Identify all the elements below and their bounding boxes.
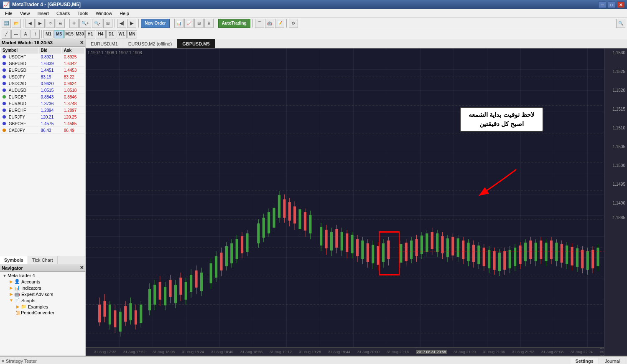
toolbar-refresh[interactable]: ↺ bbox=[46, 19, 55, 28]
tree-scripts-item[interactable]: ▼ 📄 Scripts bbox=[8, 297, 84, 303]
bid-cell: 1.4451 bbox=[39, 68, 61, 73]
toolbar-expert[interactable]: 🤖 bbox=[265, 19, 274, 28]
toolbar-scroll-right[interactable]: |▶ bbox=[127, 19, 136, 28]
toolbar-scroll-left[interactable]: ◀| bbox=[117, 19, 126, 28]
symbol-cell: USDCAD bbox=[1, 81, 38, 87]
menu-view[interactable]: View bbox=[17, 10, 33, 17]
candles-left bbox=[98, 294, 142, 336]
toolbar-candle-chart[interactable]: 🕯 bbox=[204, 19, 214, 28]
restore-button[interactable]: □ bbox=[608, 1, 615, 8]
market-watch-row[interactable]: CADJPY 86.43 86.49 bbox=[1, 128, 84, 134]
period-m30[interactable]: M30 bbox=[75, 30, 85, 38]
market-watch-row[interactable]: EURAUD 1.3736 1.3748 bbox=[1, 101, 84, 107]
svg-rect-151 bbox=[488, 250, 490, 268]
market-watch-row[interactable]: GBPUSD 1.6339 1.6342 bbox=[1, 61, 84, 67]
toolbar-line-tool[interactable]: ╱ bbox=[2, 30, 11, 39]
market-watch-row[interactable]: EURGBP 0.8843 0.8846 bbox=[1, 94, 84, 100]
svg-rect-87 bbox=[309, 215, 311, 233]
st-tab-settings[interactable]: Settings bbox=[571, 358, 599, 364]
tree-indicators-item[interactable]: ▶ 📊 Indicators bbox=[8, 285, 84, 291]
toolbar-forward[interactable]: ▶ bbox=[36, 19, 45, 28]
period-w1[interactable]: W1 bbox=[117, 30, 127, 38]
symbol-cell: EURCHF bbox=[1, 108, 38, 114]
chart-tab-gbpusd-m5[interactable]: GBPUSD,M5 bbox=[177, 39, 215, 48]
tab-symbols[interactable]: Symbols bbox=[0, 256, 28, 264]
period-m15[interactable]: M15 bbox=[64, 30, 74, 38]
new-order-button[interactable]: New Order bbox=[141, 19, 170, 28]
market-watch-close[interactable]: ✕ bbox=[80, 40, 84, 46]
st-tab-journal[interactable]: Journal bbox=[600, 358, 625, 364]
menu-tools[interactable]: Tools bbox=[74, 10, 92, 17]
navigator-close[interactable]: ✕ bbox=[80, 265, 84, 270]
bid-cell: 120.21 bbox=[39, 114, 61, 120]
period-h4[interactable]: H4 bbox=[96, 30, 106, 38]
toolbar-search[interactable]: 🔍 bbox=[616, 19, 625, 28]
tree-examples-item[interactable]: ▶ 📁 Examples bbox=[15, 303, 84, 310]
toolbar-chart-type[interactable]: 📊 bbox=[174, 19, 184, 28]
toolbar-indicators[interactable]: ⌒ bbox=[255, 19, 264, 28]
toolbar-hline-tool[interactable]: — bbox=[11, 30, 20, 39]
svg-rect-47 bbox=[195, 270, 197, 288]
tree-expert-advisors-item[interactable]: ▶ 🤖 Expert Advisors bbox=[8, 291, 84, 297]
tab-tick-chart[interactable]: Tick Chart bbox=[28, 256, 58, 264]
chart-tab-eurusd-m2[interactable]: EURUSD,M2 (offline) bbox=[123, 39, 177, 48]
price-1520: 1.1520 bbox=[612, 88, 625, 93]
toolbar-zoom-in[interactable]: 🔍+ bbox=[79, 19, 91, 28]
separator-4 bbox=[138, 19, 139, 28]
period-m5[interactable]: M5 bbox=[54, 30, 64, 38]
toolbar-new-chart[interactable]: 🆕 bbox=[2, 19, 11, 28]
tree-period-converter-item[interactable]: 📜 PeriodConverter bbox=[15, 310, 84, 316]
svg-rect-131 bbox=[436, 233, 438, 252]
toolbar-zoom-out[interactable]: 🔍- bbox=[92, 19, 102, 28]
toolbar-back[interactable]: ◀ bbox=[25, 19, 35, 28]
annotation-line2: اصبح كل دقيقتين bbox=[466, 120, 538, 128]
toolbar-line-chart[interactable]: 📈 bbox=[184, 19, 194, 28]
toolbar-print[interactable]: 🖨 bbox=[56, 19, 65, 28]
svg-rect-113 bbox=[382, 243, 385, 262]
market-watch-row[interactable]: AUDUSD 1.0515 1.0518 bbox=[1, 88, 84, 94]
chart-tab-eurusd-m1[interactable]: EURUSD,M1 bbox=[86, 39, 123, 48]
time-label-2: 31 Aug 17:52 bbox=[123, 350, 145, 354]
ask-cell: 1.4585 bbox=[62, 121, 84, 127]
svg-rect-167 bbox=[529, 240, 532, 259]
period-h1[interactable]: H1 bbox=[85, 30, 95, 38]
folder-icon-indicators: ▶ bbox=[8, 286, 14, 290]
st-collapse-btn[interactable] bbox=[2, 360, 4, 362]
tree-root-icon: ▼ bbox=[2, 273, 8, 278]
menu-window[interactable]: Window bbox=[92, 10, 115, 17]
toolbar-bar-chart[interactable]: ⊟ bbox=[194, 19, 204, 28]
autotrading-button[interactable]: AutoTrading bbox=[218, 19, 250, 28]
period-mn[interactable]: MN bbox=[127, 30, 137, 38]
svg-rect-29 bbox=[148, 289, 151, 310]
svg-rect-155 bbox=[498, 253, 501, 271]
toolbar-scripts[interactable]: 📝 bbox=[275, 19, 284, 28]
market-watch-row[interactable]: EURUSD 1.4451 1.4453 bbox=[1, 68, 84, 73]
tree-accounts-item[interactable]: ▶ 👤 Accounts bbox=[8, 278, 84, 285]
toolbar-text-tool[interactable]: A bbox=[21, 30, 30, 39]
market-watch-row[interactable]: EURJPY 120.21 120.25 bbox=[1, 114, 84, 120]
status-dot bbox=[3, 95, 6, 99]
toolbar-open[interactable]: 📂 bbox=[12, 19, 21, 28]
menu-file[interactable]: File bbox=[2, 10, 16, 17]
period-m1[interactable]: M1 bbox=[43, 30, 54, 38]
symbol-name: EURAUD bbox=[9, 101, 26, 106]
toolbar-fibline[interactable]: ⌇ bbox=[31, 30, 40, 39]
market-watch-row[interactable]: USDCHF 0.8921 0.8925 bbox=[1, 54, 84, 60]
chart-canvas[interactable]: 1.1907 1.1908 1.1907 1.1908 bbox=[86, 48, 627, 356]
menu-charts[interactable]: Charts bbox=[53, 10, 73, 17]
period-d1[interactable]: D1 bbox=[106, 30, 116, 38]
market-watch-row[interactable]: EURCHF 1.2894 1.2897 bbox=[1, 108, 84, 114]
menu-help[interactable]: Help bbox=[116, 10, 133, 17]
svg-rect-39 bbox=[174, 285, 177, 303]
close-button[interactable]: ✕ bbox=[617, 1, 624, 8]
market-watch-row[interactable]: USDJPY 83.19 83.22 bbox=[1, 74, 84, 80]
svg-rect-169 bbox=[535, 243, 537, 261]
minimize-button[interactable]: ─ bbox=[599, 1, 606, 8]
toolbar-crosshair[interactable]: ✛ bbox=[69, 19, 79, 28]
market-watch-row[interactable]: USDCAD 0.9620 0.9624 bbox=[1, 81, 84, 87]
toolbar-grid[interactable]: ⊞ bbox=[103, 19, 112, 28]
market-watch-row[interactable]: GBPCHF 1.4575 1.4585 bbox=[1, 121, 84, 127]
toolbar-settings[interactable]: ⚙ bbox=[289, 19, 298, 28]
tree-root[interactable]: ▼ MetaTrader 4 bbox=[2, 273, 84, 278]
menu-insert[interactable]: Insert bbox=[34, 10, 52, 17]
